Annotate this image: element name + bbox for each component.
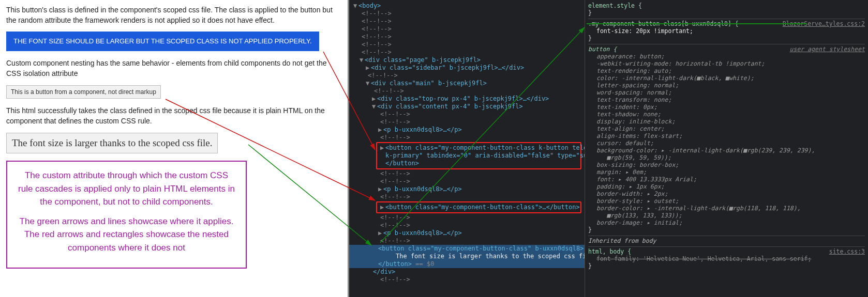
html-body-rule[interactable]: html, body {site.css:3 <box>588 248 865 255</box>
dom-div-main[interactable]: <div class="main" b-jscepkj9fl> <box>371 80 487 87</box>
dom-div-content[interactable]: <div class="content px-4" b-jscepkj9fl> <box>377 103 523 110</box>
dom-button-1[interactable]: <button class="my-component-button-class… <box>385 144 585 151</box>
highlight-box-2: ▶<button class="my-component-button-clas… <box>376 201 581 213</box>
devtools-styles-panel[interactable]: element.style { } .my-component-button-c… <box>585 0 868 297</box>
desc-2: Custom component nesting has the same be… <box>6 58 341 79</box>
dom-selected-button[interactable]: <button class="my-component-button-class… <box>349 245 585 253</box>
source-link-1[interactable]: BlazorServe…tyles.css:2 <box>783 20 865 27</box>
ua-button-rule: button {user agent stylesheet <box>588 45 865 53</box>
dom-comment: <!--!--> <box>362 10 392 17</box>
source-link-2[interactable]: site.css:3 <box>829 248 865 255</box>
component-button[interactable]: This is a button from a component, not d… <box>6 85 161 99</box>
dom-body[interactable]: <body> <box>358 2 381 9</box>
dom-selected-text: The font size is larger thanks to the sc… <box>396 253 585 260</box>
callout-text-1: The custom attribute through which the c… <box>17 169 236 209</box>
scoped-button[interactable]: The font size is larger thanks to the sc… <box>6 133 218 154</box>
primary-button[interactable]: THE FONT SIZE SHOULD BE LARGER BUT THE S… <box>6 32 319 51</box>
scoped-rule[interactable]: .my-component-button-class[b-uxxn0dsql8]… <box>588 20 865 27</box>
desc-3: This html successfully takes the class d… <box>6 106 341 126</box>
desc-1: This button's class is defined in the co… <box>6 5 341 25</box>
callout-box: The custom attribute through which the c… <box>6 161 247 269</box>
dom-button-2[interactable]: <button class="my-component-button-class… <box>385 204 580 211</box>
dom-p[interactable]: <p b-uxxn0dsql8>…</p> <box>383 126 462 133</box>
dom-div-sidebar[interactable]: <div class="sidebar" b-jscepkj9fl>…</div… <box>371 64 524 71</box>
dom-div-toprow[interactable]: <div class="top-row px-4" b-jscepkj9fl>…… <box>377 95 549 102</box>
element-style-rule[interactable]: element.style { <box>588 2 865 9</box>
dom-div-page[interactable]: <div class="page" b-jscepkj9fl> <box>365 56 481 64</box>
callout-text-2: The green arrows and lines showcase wher… <box>17 215 236 255</box>
article-panel: This button's class is defined in the co… <box>0 0 348 297</box>
decl-font-size[interactable]: font-size: 20px !important; <box>596 27 693 35</box>
inherited-label: Inherited from body <box>588 237 865 244</box>
devtools-elements-panel[interactable]: ▼<body> <!--!--> <!--!--> <!--!--> <!--!… <box>348 0 585 297</box>
highlight-box-1: ▶<button class="my-component-button-clas… <box>376 142 581 169</box>
